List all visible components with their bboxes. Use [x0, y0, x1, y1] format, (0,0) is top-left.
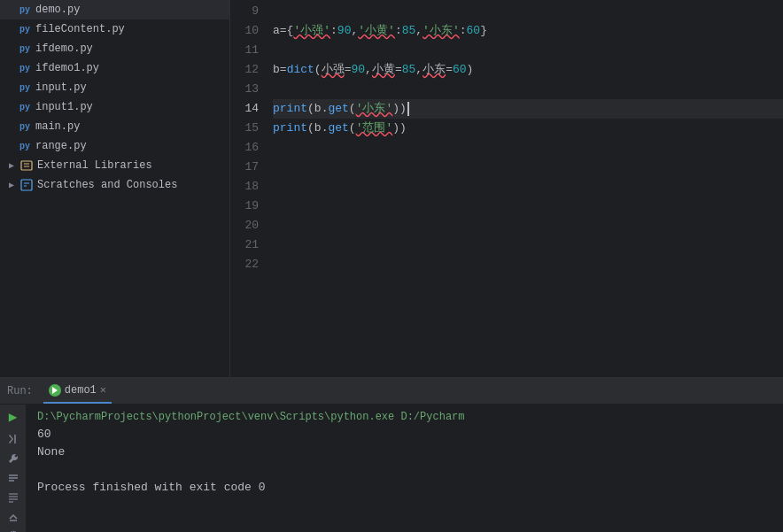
- scratches-label: Scratches and Consoles: [37, 179, 177, 191]
- scroll-icon: [7, 491, 19, 504]
- line-num: 14: [230, 99, 259, 119]
- py-icon: py: [18, 42, 32, 56]
- line-num: 9: [230, 2, 259, 21]
- run-tab-icon: [49, 384, 61, 397]
- code-line-10: a={'小强':90,'小黄':85,'小东':60}: [273, 21, 783, 41]
- library-icon: [19, 158, 34, 173]
- file-label: demo.py: [35, 4, 80, 16]
- bottom-panel: Run: demo1 ✕ ▶: [0, 377, 783, 532]
- run-toolbar: ▶: [0, 405, 27, 532]
- line-num: 16: [230, 138, 259, 158]
- output-command-line: D:\PycharmProjects\pythonProject\venv\Sc…: [37, 408, 772, 426]
- chevron-right-icon: ▶: [7, 181, 16, 189]
- file-label: fileContent.py: [35, 23, 125, 35]
- line-num: 21: [230, 235, 259, 255]
- line-num: 13: [230, 80, 259, 99]
- run-settings-button[interactable]: [4, 452, 22, 465]
- py-icon: py: [18, 22, 32, 36]
- run-align-button[interactable]: [4, 472, 22, 484]
- code-line-9: [273, 2, 783, 21]
- run-label: Run:: [7, 385, 36, 397]
- output-process-finished: Process finished with exit code 0: [37, 479, 772, 497]
- sidebar-item-filecontent[interactable]: py fileContent.py: [0, 19, 229, 39]
- line-num: 12: [230, 60, 259, 80]
- sidebar-item-range[interactable]: py range.py: [0, 136, 229, 156]
- run-up-button[interactable]: [4, 511, 22, 523]
- cursor: [407, 102, 409, 116]
- file-label: ifdemo.py: [35, 42, 93, 55]
- code-line-15: print(b.get('范围')): [273, 119, 783, 138]
- align-icon: [7, 472, 19, 484]
- code-line-14: print(b.get('小东')): [273, 99, 783, 119]
- chevron-right-icon: ▶: [7, 161, 16, 170]
- code-line-19: [273, 197, 783, 216]
- py-icon: py: [18, 100, 32, 114]
- run-play-button[interactable]: ▶: [4, 408, 22, 426]
- line-numbers: 9 10 11 12 13 14 15 16 17 18 19 20 21 22: [230, 0, 266, 377]
- stop-icon: [7, 433, 19, 445]
- editor-area: 9 10 11 12 13 14 15 16 17 18 19 20 21 22: [230, 0, 783, 377]
- line-num: 17: [230, 158, 259, 177]
- code-line-12: b=dict(小强=90,小黄=85,小东=60): [273, 60, 783, 80]
- code-line-18: [273, 177, 783, 197]
- py-icon: py: [18, 61, 32, 75]
- py-icon: py: [18, 81, 32, 95]
- line-num: 19: [230, 197, 259, 216]
- sidebar-item-demo[interactable]: py demo.py: [0, 0, 229, 19]
- line-num: 10: [230, 21, 259, 41]
- sidebar-item-scratches[interactable]: ▶ Scratches and Consoles: [0, 175, 229, 195]
- py-icon: py: [18, 120, 32, 134]
- line-num: 11: [230, 41, 259, 60]
- py-icon: py: [18, 139, 32, 153]
- svg-rect-0: [21, 161, 32, 170]
- code-line-21: [273, 235, 783, 255]
- file-label: input.py: [35, 81, 87, 94]
- code-line-11: [273, 41, 783, 60]
- run-output: D:\PycharmProjects\pythonProject\venv\Sc…: [27, 405, 783, 532]
- sidebar-item-main[interactable]: py main.py: [0, 117, 229, 136]
- output-result-60: 60: [37, 426, 772, 443]
- scratches-icon: [19, 178, 34, 192]
- code-editor[interactable]: 9 10 11 12 13 14 15 16 17 18 19 20 21 22: [230, 0, 783, 377]
- sidebar: py demo.py py fileContent.py py ifdemo.p…: [0, 0, 230, 377]
- file-label: range.py: [35, 140, 87, 152]
- upload-icon: [7, 511, 19, 523]
- code-line-20: [273, 216, 783, 235]
- file-label: input1.py: [35, 101, 93, 113]
- run-tabs-bar: Run: demo1 ✕: [0, 378, 783, 405]
- line-num: 18: [230, 177, 259, 197]
- run-stop-button[interactable]: [4, 433, 22, 445]
- code-line-13: [273, 80, 783, 99]
- output-result-none: None: [37, 443, 772, 461]
- code-line-22: [273, 255, 783, 274]
- line-num: 20: [230, 216, 259, 235]
- sidebar-item-ifdemo1[interactable]: py ifdemo1.py: [0, 58, 229, 78]
- svg-rect-3: [21, 180, 32, 190]
- run-tab-demo1[interactable]: demo1 ✕: [43, 378, 112, 404]
- file-label: ifdemo1.py: [35, 62, 99, 74]
- code-content[interactable]: a={'小强':90,'小黄':85,'小东':60} b=dict(小强=90…: [266, 0, 783, 377]
- code-line-17: [273, 158, 783, 177]
- external-libraries-label: External Libraries: [37, 159, 152, 172]
- run-content: ▶: [0, 405, 783, 532]
- main-area: py demo.py py fileContent.py py ifdemo.p…: [0, 0, 783, 377]
- output-blank: [37, 461, 772, 479]
- line-num: 15: [230, 119, 259, 138]
- wrench-icon: [7, 452, 19, 465]
- code-line-16: [273, 138, 783, 158]
- tab-close-button[interactable]: ✕: [100, 383, 106, 397]
- run-tab-name: demo1: [65, 384, 97, 397]
- file-label: main.py: [35, 120, 80, 133]
- sidebar-item-input[interactable]: py input.py: [0, 78, 229, 97]
- sidebar-item-ifdemo[interactable]: py ifdemo.py: [0, 39, 229, 58]
- py-icon: py: [18, 3, 32, 17]
- sidebar-item-external-libraries[interactable]: ▶ External Libraries: [0, 156, 229, 175]
- sidebar-item-input1[interactable]: py input1.py: [0, 97, 229, 117]
- run-scroll-button[interactable]: [4, 491, 22, 504]
- line-num: 22: [230, 255, 259, 274]
